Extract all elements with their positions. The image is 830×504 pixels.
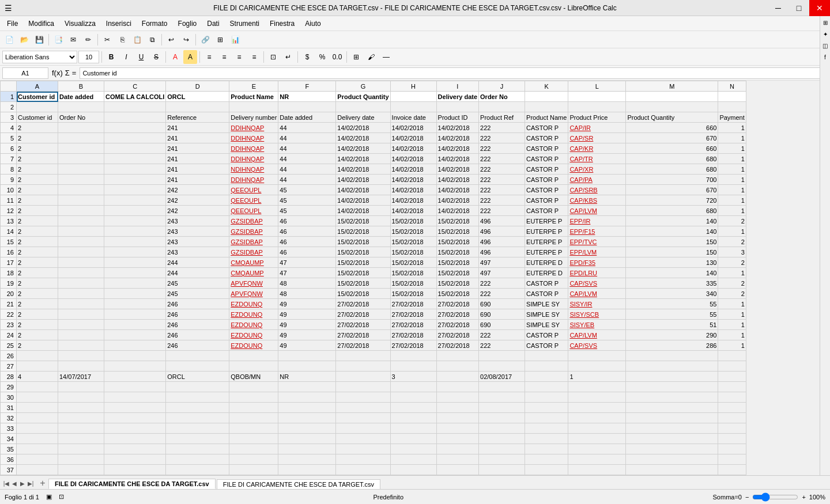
decimal-btn[interactable]: 0.0 [330,50,344,64]
maximize-button[interactable]: □ [788,0,809,16]
cell-31-13[interactable] [718,403,746,413]
sidebar-gallery-btn[interactable]: ◫ [821,41,829,50]
cell-29-3[interactable] [166,382,229,392]
cell-J24[interactable]: 222 [479,330,525,340]
cell-M9[interactable]: 700 [626,175,718,185]
row-header-5[interactable]: 5 [1,133,17,143]
cell-B9[interactable] [58,175,104,185]
cell-L7[interactable]: CAP/TR [568,154,626,164]
cell-A16[interactable]: 2 [17,247,58,257]
cell-H17[interactable]: 15/02/2018 [390,257,436,268]
cell-J13[interactable]: 496 [479,216,525,226]
cell-F19[interactable]: 48 [278,278,336,289]
bg-color-btn[interactable]: 🖌 [364,50,378,64]
cell-30-13[interactable] [718,392,746,403]
cell-A12[interactable]: 2 [17,206,58,216]
cell-N10[interactable]: 1 [718,185,746,195]
cell-B8[interactable] [58,164,104,175]
cell-32-1[interactable] [58,413,104,423]
cell-D22[interactable]: 246 [166,309,229,320]
row-header-35[interactable]: 35 [1,444,17,454]
cell-32-2[interactable] [104,413,166,423]
row-header-6[interactable]: 6 [1,143,17,154]
cell-34-10[interactable] [525,434,568,444]
cell-B4[interactable] [58,123,104,133]
cell-31-4[interactable] [229,403,278,413]
cell-37-6[interactable] [336,465,390,475]
cell-H18[interactable]: 15/02/2018 [390,268,436,278]
cell-H25[interactable]: 27/02/2018 [390,340,436,351]
cell-31-11[interactable] [568,403,626,413]
cell-F10[interactable]: 45 [278,185,336,195]
cell-F22[interactable]: 49 [278,309,336,320]
cell-C2[interactable] [104,102,166,112]
cell-33-1[interactable] [58,423,104,434]
cell-M2[interactable] [626,102,718,112]
cell-C21[interactable] [104,299,166,309]
cell-I25[interactable]: 27/02/2018 [436,340,478,351]
cell-29-11[interactable] [568,382,626,392]
cell-A9[interactable]: 2 [17,175,58,185]
cell-C18[interactable] [104,268,166,278]
menu-item-finestra[interactable]: Finestra [265,18,299,29]
cell-29-0[interactable] [17,382,58,392]
cell-26-9[interactable] [479,351,525,361]
cell-E22[interactable]: EZDOUNQ [229,309,278,320]
cell-K23[interactable]: SIMPLE SY [525,320,568,330]
cell-G16[interactable]: 15/02/2018 [336,247,390,257]
cell-33-0[interactable] [17,423,58,434]
cell-B20[interactable] [58,289,104,299]
cell-G9[interactable]: 14/02/2018 [336,175,390,185]
cell-B13[interactable] [58,216,104,226]
cell-K3[interactable]: Product Name [525,112,568,123]
cell-B11[interactable] [58,195,104,206]
cell-J6[interactable]: 222 [479,143,525,154]
cell-G19[interactable]: 15/02/2018 [336,278,390,289]
italic-btn[interactable]: I [119,50,133,64]
close-button[interactable]: ✕ [809,0,830,16]
cell-L12[interactable]: CAP/LVM [568,206,626,216]
cell-N6[interactable]: 1 [718,143,746,154]
cell-37-0[interactable] [17,465,58,475]
cell-A1[interactable]: Customer id [17,92,58,102]
row-header-20[interactable]: 20 [1,289,17,299]
cell-K25[interactable]: CASTOR P [525,340,568,351]
cell-J12[interactable]: 222 [479,206,525,216]
cell-J11[interactable]: 222 [479,195,525,206]
cell-K4[interactable]: CASTOR P [525,123,568,133]
cell-E28[interactable]: QBOB/MN [229,372,278,382]
cell-G12[interactable]: 14/02/2018 [336,206,390,216]
cell-C20[interactable] [104,289,166,299]
tab-last-btn[interactable]: ▶| [27,478,35,489]
cell-30-4[interactable] [229,392,278,403]
cell-F15[interactable]: 46 [278,237,336,247]
cell-G17[interactable]: 15/02/2018 [336,257,390,268]
cell-29-4[interactable] [229,382,278,392]
cell-E18[interactable]: CMQAUMP [229,268,278,278]
row-header-25[interactable]: 25 [1,340,17,351]
cell-M24[interactable]: 290 [626,330,718,340]
cell-A14[interactable]: 2 [17,226,58,237]
cell-31-12[interactable] [626,403,718,413]
cell-I15[interactable]: 15/02/2018 [436,237,478,247]
row-header-13[interactable]: 13 [1,216,17,226]
cell-F24[interactable]: 49 [278,330,336,340]
cell-J21[interactable]: 690 [479,299,525,309]
cell-27-4[interactable] [229,361,278,372]
cell-31-10[interactable] [525,403,568,413]
cell-35-0[interactable] [17,444,58,454]
cell-H11[interactable]: 14/02/2018 [390,195,436,206]
cell-H2[interactable] [390,102,436,112]
cell-J23[interactable]: 690 [479,320,525,330]
cell-D3[interactable]: Reference [166,112,229,123]
cell-K8[interactable]: CASTOR P [525,164,568,175]
cell-E3[interactable]: Delivery number [229,112,278,123]
cell-B12[interactable] [58,206,104,216]
cell-26-8[interactable] [436,351,478,361]
cell-G1[interactable]: Product Quantity [336,92,390,102]
cell-37-2[interactable] [104,465,166,475]
cell-36-3[interactable] [166,454,229,465]
cell-B24[interactable] [58,330,104,340]
equals-icon[interactable]: = [72,69,77,77]
cell-J28[interactable]: 02/08/2017 [479,372,525,382]
